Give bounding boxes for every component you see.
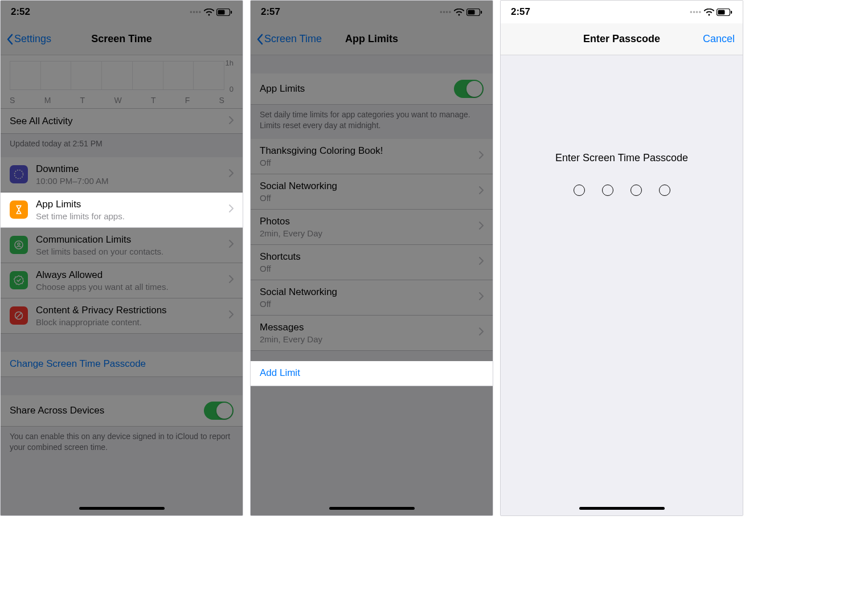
downtime-row[interactable]: Downtime 10:00 PM–7:00 AM [1, 157, 243, 193]
passcode-prompt: Enter Screen Time Passcode [555, 152, 688, 164]
see-all-label: See All Activity [10, 116, 229, 127]
limit-row[interactable]: Photos 2min, Every Day [251, 210, 493, 245]
chevron-right-icon [479, 257, 484, 267]
checkmark-badge-icon [10, 271, 28, 289]
svg-point-5 [18, 243, 20, 245]
share-across-toggle[interactable] [204, 402, 234, 420]
wifi-icon [704, 9, 714, 16]
limit-title: Messages [260, 322, 479, 333]
share-across-row[interactable]: Share Across Devices [1, 395, 243, 427]
restrict-icon [10, 306, 28, 325]
limit-title: Photos [260, 216, 479, 227]
chevron-right-icon [229, 275, 234, 285]
status-icons: •••• [440, 8, 482, 16]
change-passcode-row[interactable]: Change Screen Time Passcode [1, 352, 243, 377]
communication-limits-row[interactable]: Communication Limits Set limits based on… [1, 228, 243, 263]
toggle-footer: Set daily time limits for app categories… [251, 105, 493, 139]
chevron-right-icon [479, 222, 484, 232]
chevron-right-icon [229, 240, 234, 250]
status-time: 2:57 [261, 6, 280, 18]
limit-row[interactable]: Shortcuts Off [251, 245, 493, 280]
chart-day: S [10, 96, 15, 105]
limit-title: Thanksgiving Coloring Book! [260, 145, 479, 157]
communication-icon [10, 236, 28, 254]
content: App Limits Set daily time limits for app… [251, 55, 493, 515]
limit-row[interactable]: Thanksgiving Coloring Book! Off [251, 139, 493, 174]
chart-day: T [80, 96, 85, 105]
chart-day: S [219, 96, 224, 105]
downtime-icon [10, 165, 28, 183]
limit-row[interactable]: Messages 2min, Every Day [251, 316, 493, 351]
chevron-right-icon [479, 292, 484, 302]
app-limits-screen: 2:57 •••• Screen Time App Limits App Lim… [250, 0, 493, 516]
limit-title: Social Networking [260, 286, 479, 298]
limit-row[interactable]: Social Networking Off [251, 174, 493, 210]
nav-bar: Enter Passcode Cancel [501, 23, 743, 55]
svg-rect-2 [231, 11, 232, 14]
wifi-icon [454, 9, 464, 16]
add-limit-label: Add Limit [260, 367, 484, 379]
limit-row[interactable]: Social Networking Off [251, 280, 493, 316]
passcode-area: Enter Screen Time Passcode [501, 55, 743, 515]
chevron-right-icon [479, 151, 484, 161]
app-limits-row[interactable]: App Limits Set time limits for apps. [1, 193, 243, 228]
screen-time-settings: 2:52 •••• Settings Screen Time 1h 0 [0, 0, 243, 516]
cellular-icon: •••• [690, 8, 702, 16]
passcode-dot [659, 185, 670, 196]
row-subtitle: Set time limits for apps. [36, 211, 229, 221]
chart-day: F [185, 96, 190, 105]
page-title: App Limits [251, 33, 493, 45]
row-title: Content & Privacy Restrictions [36, 305, 229, 316]
battery-icon [466, 9, 482, 16]
content-privacy-row[interactable]: Content & Privacy Restrictions Block ina… [1, 298, 243, 334]
status-bar: 2:57 •••• [501, 1, 743, 23]
svg-rect-13 [731, 11, 732, 14]
app-limits-toggle-row[interactable]: App Limits [251, 73, 493, 105]
battery-icon [216, 9, 232, 16]
svg-point-3 [15, 170, 23, 179]
chart-max-label: 1h [226, 59, 234, 67]
passcode-dots [574, 185, 670, 196]
updated-footer: Updated today at 2:51 PM [1, 134, 243, 157]
passcode-dot [602, 185, 613, 196]
limit-sub: Off [260, 264, 479, 273]
cellular-icon: •••• [190, 8, 202, 16]
passcode-dot [630, 185, 642, 196]
chevron-right-icon [229, 169, 234, 179]
battery-icon [716, 9, 732, 16]
chevron-right-icon [479, 186, 484, 197]
svg-rect-10 [481, 11, 482, 14]
row-title: Always Allowed [36, 269, 229, 281]
row-subtitle: Choose apps you want at all times. [36, 282, 229, 292]
status-bar: 2:57 •••• [251, 1, 493, 23]
row-subtitle: Set limits based on your contacts. [36, 247, 229, 256]
svg-line-7 [17, 313, 22, 318]
see-all-activity-row[interactable]: See All Activity [1, 109, 243, 134]
wifi-icon [204, 9, 214, 16]
svg-rect-9 [468, 10, 475, 14]
chart-zero-label: 0 [230, 85, 234, 93]
status-icons: •••• [190, 8, 232, 16]
add-limit-row[interactable]: Add Limit [251, 361, 493, 386]
passcode-dot [574, 185, 585, 196]
chevron-right-icon [229, 310, 234, 321]
usage-chart: 1h 0 S M T W T F S [1, 55, 243, 109]
home-indicator[interactable] [329, 507, 415, 510]
row-subtitle: Block inappropriate content. [36, 317, 229, 327]
home-indicator[interactable] [579, 507, 665, 510]
row-title: Downtime [36, 163, 229, 175]
page-title: Screen Time [1, 33, 243, 45]
row-title: App Limits [36, 199, 229, 210]
app-limits-toggle[interactable] [454, 80, 484, 98]
cellular-icon: •••• [440, 8, 452, 16]
home-indicator[interactable] [79, 507, 165, 510]
limit-sub: Off [260, 193, 479, 203]
share-footer: You can enable this on any device signed… [1, 427, 243, 461]
cancel-button[interactable]: Cancel [703, 33, 735, 45]
chart-days: S M T W T F S [10, 96, 224, 105]
limit-sub: Off [260, 158, 479, 167]
limit-title: Shortcuts [260, 251, 479, 263]
always-allowed-row[interactable]: Always Allowed Choose apps you want at a… [1, 263, 243, 298]
limit-sub: 2min, Every Day [260, 334, 479, 344]
nav-bar: Settings Screen Time [1, 23, 243, 55]
